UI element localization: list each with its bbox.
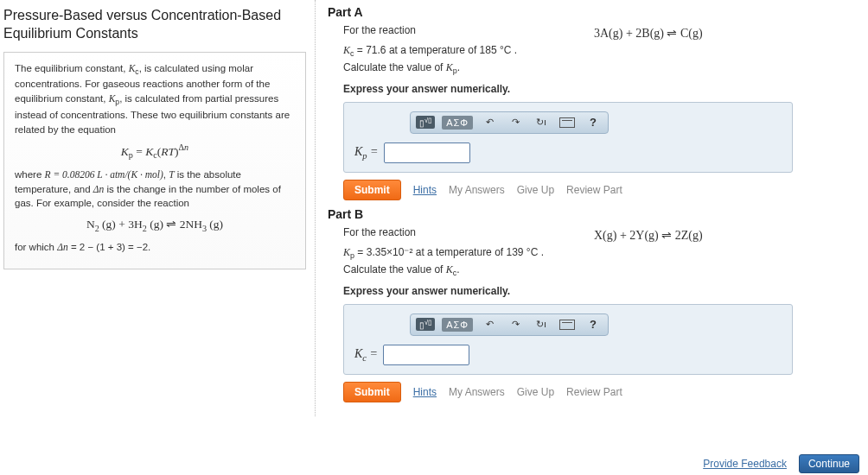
- part-a-my-answers-link[interactable]: My Answers: [449, 184, 505, 196]
- part-b-review-link[interactable]: Review Part: [566, 386, 622, 398]
- text: K: [343, 246, 350, 258]
- part-b-header: Part B: [328, 207, 861, 221]
- redo-icon[interactable]: ↷: [506, 115, 525, 130]
- part-a-hints-link[interactable]: Hints: [413, 184, 437, 196]
- part-a-answer-area: ▯√▯ ΑΣΦ ↶ ↷ ↻ı ? Kp =: [343, 102, 793, 173]
- part-b-reaction-eq: X(g) + 2Y(g) ⇌ 2Z(g): [594, 226, 703, 243]
- reading-para-3: for which Δn = 2 − (1 + 3) = −2.: [15, 240, 295, 255]
- text: Calculate the value of: [343, 263, 446, 276]
- part-a-header: Part A: [328, 5, 861, 19]
- part-b-answer-area: ▯√▯ ΑΣΦ ↶ ↷ ↻ı ? Kc =: [343, 304, 793, 375]
- text: where: [15, 169, 45, 180]
- footer: Provide Feedback Continue: [0, 453, 868, 475]
- continue-button[interactable]: Continue: [799, 454, 859, 473]
- part-b-answer-input[interactable]: [383, 345, 469, 365]
- part-b-hints-link[interactable]: Hints: [413, 386, 437, 398]
- text: The equilibrium constant,: [15, 63, 129, 73]
- page-title: Pressure-Based versus Concentration-Base…: [3, 7, 306, 43]
- part-b-my-answers-link[interactable]: My Answers: [449, 386, 505, 398]
- part-b-kp-line: Kp = 3.35×10⁻² at a temperature of 139 °…: [343, 246, 861, 260]
- part-a-calc-line: Calculate the value of Kp.: [343, 61, 861, 75]
- part-b-give-up-link[interactable]: Give Up: [517, 386, 554, 398]
- greek-symbols-button[interactable]: ΑΣΦ: [442, 318, 473, 332]
- text: = 3.35×10⁻² at a temperature of 139 °C .: [354, 246, 544, 258]
- equation-n2-h2: N2 (g) + 3H2 (g) ⇌ 2NH3 (g): [15, 216, 295, 235]
- part-a-for-reaction: For the reaction: [343, 24, 594, 36]
- help-icon[interactable]: ?: [584, 317, 603, 332]
- part-b-submit-button[interactable]: Submit: [343, 382, 401, 402]
- keyboard-icon[interactable]: [558, 317, 577, 332]
- part-b-express: Express your answer numerically.: [343, 285, 861, 297]
- reading-box: The equilibrium constant, Kc, is calcula…: [3, 52, 306, 270]
- text: Calculate the value of: [343, 61, 446, 73]
- greek-symbols-button[interactable]: ΑΣΦ: [442, 116, 473, 130]
- provide-feedback-link[interactable]: Provide Feedback: [703, 458, 787, 470]
- reading-para-1: The equilibrium constant, Kc, is calcula…: [15, 61, 295, 137]
- r-const: R = 0.08206 L · atm/(K · mol): [45, 169, 163, 180]
- part-b-for-reaction: For the reaction: [343, 226, 594, 238]
- text: .: [457, 61, 460, 73]
- redo-icon[interactable]: ↷: [506, 317, 525, 332]
- part-b-toolbar: ▯√▯ ΑΣΦ ↶ ↷ ↻ı ?: [410, 314, 609, 336]
- part-b-calc-line: Calculate the value of Kc.: [343, 263, 861, 277]
- part-a-toolbar: ▯√▯ ΑΣΦ ↶ ↷ ↻ı ?: [410, 111, 609, 134]
- text: .: [456, 263, 459, 276]
- text: = 71.6 at a temperature of 185 °C .: [354, 44, 518, 56]
- reset-icon[interactable]: ↻ı: [532, 115, 551, 130]
- text: K: [343, 44, 350, 56]
- fraction-template-icon[interactable]: ▯√▯: [416, 116, 435, 129]
- text: K: [446, 61, 453, 73]
- help-icon[interactable]: ?: [584, 115, 603, 130]
- part-b-input-label: Kc =: [354, 347, 378, 363]
- undo-icon[interactable]: ↶: [480, 317, 499, 332]
- part-a-kc-line: Kc = 71.6 at a temperature of 185 °C .: [343, 44, 861, 58]
- dn-var: Δn: [93, 184, 105, 194]
- part-a-answer-input[interactable]: [384, 142, 470, 163]
- part-a-submit-button[interactable]: Submit: [343, 180, 401, 200]
- undo-icon[interactable]: ↶: [480, 115, 499, 130]
- fraction-template-icon[interactable]: ▯√▯: [416, 318, 435, 331]
- text: K: [446, 263, 453, 276]
- keyboard-icon[interactable]: [558, 115, 577, 130]
- equation-kp-kc: Kp = Kc(RT)Δn: [15, 142, 295, 162]
- part-a-give-up-link[interactable]: Give Up: [517, 184, 554, 196]
- text: for which: [15, 242, 57, 252]
- reading-para-2: where R = 0.08206 L · atm/(K · mol), T i…: [15, 168, 295, 211]
- part-a-reaction-eq: 3A(g) + 2B(g) ⇌ C(g): [594, 24, 703, 41]
- reset-icon[interactable]: ↻ı: [532, 317, 551, 332]
- part-a-review-link[interactable]: Review Part: [566, 184, 622, 196]
- part-a-input-label: Kp =: [354, 145, 379, 161]
- part-a-express: Express your answer numerically.: [343, 83, 861, 95]
